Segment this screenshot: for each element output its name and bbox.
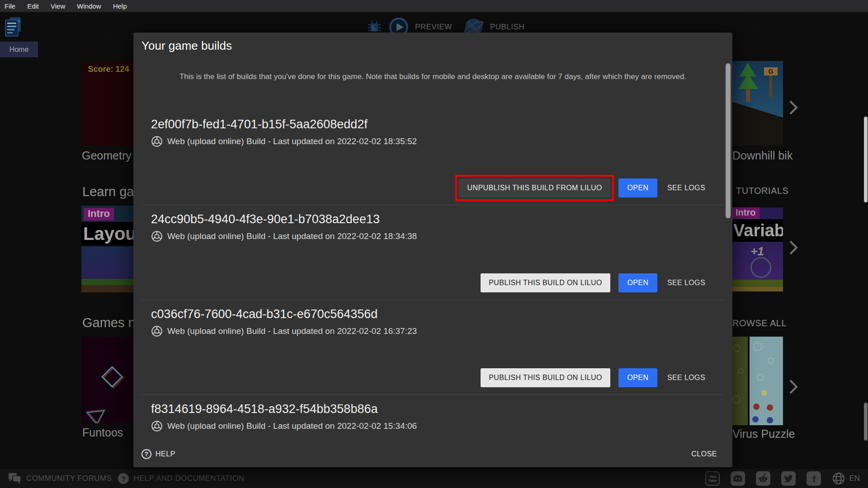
build-info-text: Web (upload online) Build - Last updated…	[167, 326, 417, 336]
help-question-icon: ?	[142, 449, 151, 459]
discord-glyph	[731, 471, 745, 486]
language-selector[interactable]: EN	[832, 472, 860, 485]
build-actions: UNPUBLISH THIS BUILD FROM LILUO OPEN SEE…	[459, 178, 707, 197]
question-glyph: ?	[122, 475, 126, 483]
open-build-button[interactable]: OPEN	[618, 273, 657, 292]
build-row: f8314619-8964-4518-a932-f54bb358b86a Web…	[142, 395, 724, 488]
chevron-right-icon[interactable]	[788, 99, 798, 116]
see-logs-button[interactable]: SEE LOGS	[665, 178, 707, 197]
chevron-right-icon[interactable]	[788, 239, 798, 256]
diamond-shape-cyan	[101, 366, 123, 388]
publish-build-button[interactable]: PUBLISH THIS BUILD ON LILUO	[481, 368, 610, 387]
ghost-character	[750, 257, 771, 278]
build-info-text: Web (upload online) Build - Last updated…	[167, 421, 417, 431]
help-docs-question-icon: ?	[118, 473, 129, 484]
build-id: c036cf76-7600-4cad-b31c-e670c564356d	[151, 307, 724, 321]
virus-left-tile	[731, 337, 748, 425]
game-card-funtoos-thumbnail[interactable]	[81, 337, 136, 423]
tutorial-card-variables-thumbnail[interactable]: Variab +1 Intro	[731, 207, 783, 291]
virus-right-tile	[750, 337, 783, 425]
menu-view[interactable]: View	[45, 0, 71, 12]
chevron-right-icon[interactable]	[788, 379, 798, 395]
dialog-footer: ? HELP CLOSE	[142, 447, 721, 461]
tutorial-scene	[81, 246, 136, 292]
sign-board: G	[764, 67, 778, 75]
build-row: 2ef00f7b-fed1-4701-b15f-5aa2608edd2f Web…	[142, 110, 724, 205]
intro-badge: Intro	[731, 207, 760, 219]
tutorial-card-layout-thumbnail[interactable]: Layou Intro	[81, 206, 136, 292]
unpublish-build-button[interactable]: UNPUBLISH THIS BUILD FROM LILUO	[459, 178, 610, 197]
game-card-downhill-thumbnail[interactable]: G	[731, 61, 783, 145]
tab-home-label: Home	[9, 46, 29, 54]
community-forums-label: COMMUNITY FORUMS	[26, 474, 112, 483]
menu-window[interactable]: Window	[71, 0, 107, 12]
question-glyph: ?	[144, 450, 148, 458]
triangle-shape	[85, 408, 108, 423]
tree-trunk	[746, 87, 750, 102]
forum-chat-icon	[8, 473, 22, 484]
window-scrollbar-thumb[interactable]	[864, 117, 868, 202]
facebook-f-glyph: f	[812, 474, 816, 485]
publish-button[interactable]: PUBLISH	[490, 23, 524, 32]
open-build-button[interactable]: OPEN	[618, 178, 657, 197]
see-logs-button[interactable]: SEE LOGS	[665, 368, 707, 387]
tab-home[interactable]: Home	[0, 42, 38, 57]
build-info-text: Web (upload online) Build - Last updated…	[167, 231, 417, 241]
project-manager-icon[interactable]	[4, 16, 23, 40]
dialog-title: Your game builds	[142, 39, 232, 53]
see-logs-button[interactable]: SEE LOGS	[665, 273, 707, 292]
globe-icon	[832, 472, 845, 485]
section-scrollbar-thumb[interactable]	[864, 403, 868, 441]
build-id: 2ef00f7b-fed1-4701-b15f-5aa2608edd2f	[151, 117, 724, 131]
preview-button[interactable]: PREVIEW	[415, 23, 452, 32]
build-row: 24cc90b5-4940-4f3e-90e1-b7038a2dee13 Web…	[142, 205, 724, 300]
status-bar-right: You Tube	[705, 471, 860, 486]
browse-all-label: ROWSE ALL	[732, 318, 787, 328]
discord-icon[interactable]	[731, 471, 745, 486]
build-id: 24cc90b5-4940-4f3e-90e1-b7038a2dee13	[151, 212, 724, 226]
dialog-description: This is the list of builds that you've d…	[165, 70, 701, 83]
web-build-chrome-icon	[151, 230, 163, 242]
menu-help[interactable]: Help	[107, 0, 133, 12]
tutorial-title-band: Layou	[81, 222, 136, 245]
build-info-line: Web (upload online) Build - Last updated…	[151, 420, 724, 432]
community-forums-link[interactable]: COMMUNITY FORUMS	[8, 473, 112, 484]
build-actions: PUBLISH THIS BUILD ON LILUO OPEN SEE LOG…	[481, 368, 707, 387]
ground-strip-2	[731, 287, 783, 291]
intro-badge: Intro	[84, 208, 114, 221]
game-card-virus-thumbnail[interactable]	[731, 337, 783, 425]
score-text: Score: 124	[81, 62, 136, 74]
menu-file[interactable]: File	[0, 0, 21, 12]
tree-foliage-top	[740, 63, 756, 76]
help-button[interactable]: ? HELP	[142, 449, 175, 459]
game-card-funtoos-label: Funtoos	[82, 426, 123, 439]
grass-strip	[81, 279, 136, 285]
sign-letter: G	[769, 68, 774, 75]
tutorial-title-band: Variab	[731, 219, 783, 242]
close-button[interactable]: CLOSE	[688, 447, 721, 461]
publish-build-button[interactable]: PUBLISH THIS BUILD ON LILUO	[481, 273, 610, 292]
menu-bar: File Edit View Window Help	[0, 0, 868, 12]
section-learn-heading: Learn ga	[82, 184, 134, 199]
twitter-icon[interactable]	[781, 471, 796, 486]
facebook-icon[interactable]: f	[807, 471, 821, 486]
dialog-scrollbar-thumb[interactable]	[726, 63, 731, 218]
builds-list: 2ef00f7b-fed1-4701-b15f-5aa2608edd2f Web…	[142, 110, 724, 488]
build-info-line: Web (upload online) Build - Last updated…	[151, 325, 724, 337]
build-info-line: Web (upload online) Build - Last updated…	[151, 230, 724, 242]
annotation-highlight-box: UNPUBLISH THIS BUILD FROM LILUO	[459, 178, 610, 197]
build-id: f8314619-8964-4518-a932-f54bb358b86a	[151, 402, 724, 416]
plus-one-text: +1	[731, 244, 783, 258]
project-pages-icon	[4, 16, 23, 38]
your-game-builds-dialog: Your game builds This is the list of bui…	[133, 33, 732, 467]
open-build-button[interactable]: OPEN	[618, 368, 657, 387]
game-card-geometry-thumbnail[interactable]: Score: 124	[81, 62, 136, 145]
web-build-chrome-icon	[151, 325, 163, 337]
build-actions: PUBLISH THIS BUILD ON LILUO OPEN SEE LOG…	[481, 273, 707, 292]
dirt-strip	[81, 285, 136, 292]
menu-edit[interactable]: Edit	[21, 0, 45, 12]
reddit-glyph	[756, 471, 770, 486]
tutorials-section-label: TUTORIALS	[736, 186, 788, 196]
help-button-label: HELP	[156, 450, 175, 458]
reddit-icon[interactable]	[756, 471, 770, 486]
